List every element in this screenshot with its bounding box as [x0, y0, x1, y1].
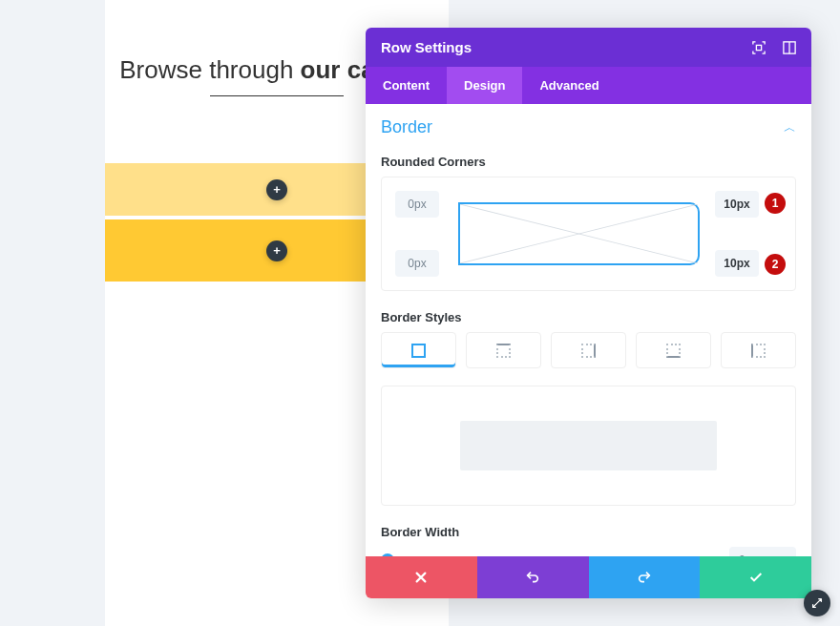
title-underline — [210, 95, 344, 96]
tab-design[interactable]: Design — [447, 67, 522, 104]
border-preview — [381, 386, 796, 506]
panel-footer — [366, 556, 811, 598]
preview-inner — [460, 421, 716, 470]
tab-content[interactable]: Content — [366, 67, 447, 104]
snap-icon[interactable] — [783, 41, 796, 54]
section-title: Border — [381, 117, 432, 137]
expand-icon[interactable] — [752, 41, 766, 54]
panel-title: Row Settings — [381, 39, 472, 55]
label-rounded-corners: Rounded Corners — [381, 155, 796, 169]
border-style-bottom[interactable] — [636, 332, 711, 368]
resize-handle[interactable] — [804, 590, 830, 616]
border-width-value[interactable]: 0px — [729, 547, 796, 556]
border-style-right[interactable] — [551, 332, 626, 368]
rounded-corners-editor: 0px 10px 0px 10px 1 2 — [381, 177, 796, 291]
border-style-top[interactable] — [466, 332, 541, 368]
add-module-button[interactable]: + — [266, 240, 287, 261]
panel-header[interactable]: Row Settings — [366, 28, 811, 67]
corner-preview[interactable] — [458, 202, 700, 265]
panel-body: Border ︿ Rounded Corners 0px 10px 0px 10… — [366, 104, 811, 556]
tabs: Content Design Advanced — [366, 67, 811, 104]
border-width-row: 0px — [381, 547, 796, 556]
save-button[interactable] — [700, 556, 811, 598]
cancel-button[interactable] — [366, 556, 477, 598]
corner-top-right[interactable]: 10px — [715, 191, 759, 218]
section-header[interactable]: Border ︿ — [381, 104, 796, 147]
row-settings-panel: Row Settings Content Design Advanced Bor… — [366, 28, 811, 598]
callout-badge-2: 2 — [765, 254, 786, 275]
chevron-up-icon[interactable]: ︿ — [784, 119, 796, 136]
undo-button[interactable] — [477, 556, 589, 598]
label-border-styles: Border Styles — [381, 310, 796, 324]
tab-advanced[interactable]: Advanced — [522, 67, 616, 104]
corner-bottom-left[interactable]: 0px — [395, 250, 439, 277]
border-style-row — [381, 332, 796, 368]
redo-button[interactable] — [589, 556, 701, 598]
svg-rect-0 — [756, 45, 761, 50]
border-width-slider[interactable] — [381, 551, 710, 556]
label-border-width: Border Width — [381, 525, 796, 539]
callout-badge-1: 1 — [765, 193, 786, 214]
add-module-button[interactable]: + — [266, 179, 287, 200]
border-style-all[interactable] — [381, 332, 456, 368]
corner-bottom-right[interactable]: 10px — [715, 250, 759, 277]
title-plain: Browse through — [119, 55, 300, 84]
corner-top-left[interactable]: 0px — [395, 191, 439, 218]
border-style-left[interactable] — [721, 332, 796, 368]
